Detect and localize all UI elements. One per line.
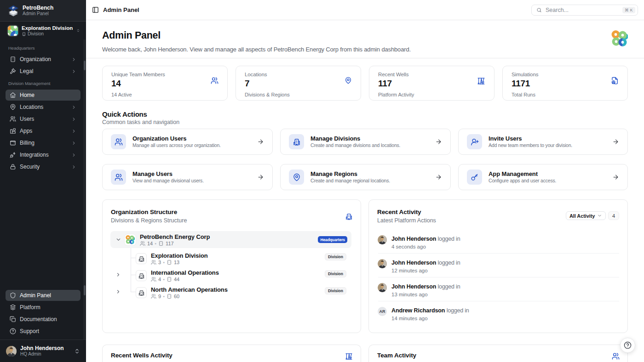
svg-text:P: P [12,6,15,10]
